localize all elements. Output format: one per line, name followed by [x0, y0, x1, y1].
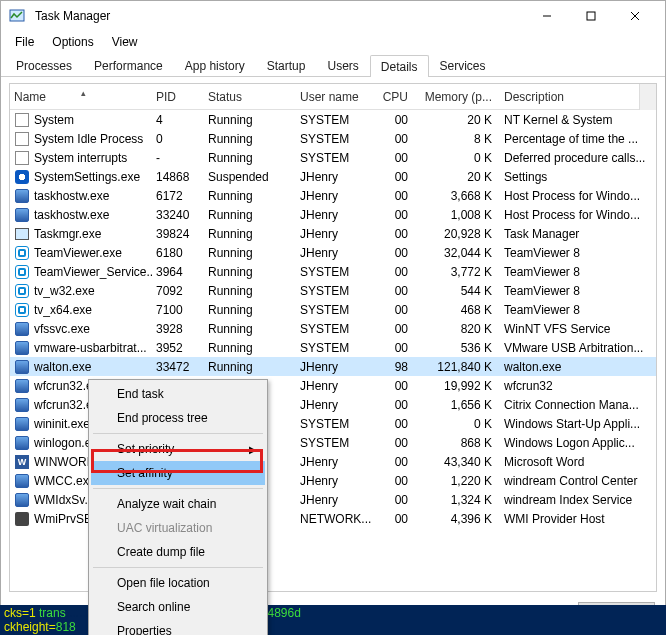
- cell-pid: 33472: [152, 360, 204, 374]
- process-icon: [14, 302, 30, 318]
- menubar: File Options View: [1, 31, 665, 53]
- menu-item-set-priority[interactable]: Set priority▶: [91, 437, 265, 461]
- cell-user: JHenry: [296, 398, 378, 412]
- table-row[interactable]: TeamViewer.exe6180RunningJHenry0032,044 …: [10, 243, 656, 262]
- process-name: vmware-usbarbitrat...: [34, 341, 147, 355]
- cell-description: windream Index Service: [500, 493, 656, 507]
- cell-pid: 7100: [152, 303, 204, 317]
- process-name: wininit.exe: [34, 417, 90, 431]
- cell-memory: 544 K: [418, 284, 500, 298]
- col-header-description[interactable]: Description: [500, 90, 639, 104]
- menu-item-properties[interactable]: Properties: [91, 619, 265, 635]
- table-row[interactable]: vfssvc.exe3928RunningSYSTEM00820 KWinNT …: [10, 319, 656, 338]
- cell-description: TeamViewer 8: [500, 303, 656, 317]
- col-header-cpu[interactable]: CPU: [378, 90, 418, 104]
- cell-pid: 4: [152, 113, 204, 127]
- table-row[interactable]: walton.exe33472RunningJHenry98121,840 Kw…: [10, 357, 656, 376]
- cell-cpu: 00: [378, 284, 418, 298]
- grid-header: Name PID Status User name CPU Memory (p.…: [10, 84, 639, 110]
- process-icon: [14, 169, 30, 185]
- cell-user: SYSTEM: [296, 113, 378, 127]
- menu-item-search-online[interactable]: Search online: [91, 595, 265, 619]
- cell-memory: 3,668 K: [418, 189, 500, 203]
- svg-rect-2: [587, 12, 595, 20]
- cell-status: Running: [204, 113, 296, 127]
- table-row[interactable]: TeamViewer_Service....3964RunningSYSTEM0…: [10, 262, 656, 281]
- table-row[interactable]: vmware-usbarbitrat...3952RunningSYSTEM00…: [10, 338, 656, 357]
- table-row[interactable]: tv_w32.exe7092RunningSYSTEM00544 KTeamVi…: [10, 281, 656, 300]
- menu-item-create-dump-file[interactable]: Create dump file: [91, 540, 265, 564]
- tab-services[interactable]: Services: [429, 54, 497, 76]
- cell-user: JHenry: [296, 493, 378, 507]
- menu-item-end-process-tree[interactable]: End process tree: [91, 406, 265, 430]
- cell-user: SYSTEM: [296, 303, 378, 317]
- table-row[interactable]: Taskmgr.exe39824RunningJHenry0020,928 KT…: [10, 224, 656, 243]
- menu-file[interactable]: File: [7, 33, 42, 51]
- app-icon: [9, 8, 25, 24]
- cell-pid: 7092: [152, 284, 204, 298]
- cell-memory: 468 K: [418, 303, 500, 317]
- menu-item-set-affinity[interactable]: Set affinity: [91, 461, 265, 485]
- col-header-status[interactable]: Status: [204, 90, 296, 104]
- cell-cpu: 00: [378, 474, 418, 488]
- table-row[interactable]: SystemSettings.exe14868SuspendedJHenry00…: [10, 167, 656, 186]
- menu-item-end-task[interactable]: End task: [91, 382, 265, 406]
- cell-description: TeamViewer 8: [500, 265, 656, 279]
- process-name: taskhostw.exe: [34, 189, 109, 203]
- tab-processes[interactable]: Processes: [5, 54, 83, 76]
- col-header-pid[interactable]: PID: [152, 90, 204, 104]
- menu-item-analyze-wait-chain[interactable]: Analyze wait chain: [91, 492, 265, 516]
- cell-status: Running: [204, 227, 296, 241]
- cell-cpu: 00: [378, 455, 418, 469]
- col-header-memory[interactable]: Memory (p...: [418, 90, 500, 104]
- scrollbar[interactable]: [639, 84, 656, 110]
- minimize-button[interactable]: [525, 2, 569, 30]
- cell-memory: 20,928 K: [418, 227, 500, 241]
- process-icon: [14, 150, 30, 166]
- cell-description: TeamViewer 8: [500, 246, 656, 260]
- cell-cpu: 00: [378, 303, 418, 317]
- cell-memory: 0 K: [418, 417, 500, 431]
- process-name: Taskmgr.exe: [34, 227, 101, 241]
- process-icon: [14, 245, 30, 261]
- tab-performance[interactable]: Performance: [83, 54, 174, 76]
- menu-item-open-file-location[interactable]: Open file location: [91, 571, 265, 595]
- close-button[interactable]: [613, 2, 657, 30]
- menu-view[interactable]: View: [104, 33, 146, 51]
- table-row[interactable]: taskhostw.exe6172RunningJHenry003,668 KH…: [10, 186, 656, 205]
- cell-status: Running: [204, 322, 296, 336]
- table-row[interactable]: System Idle Process0RunningSYSTEM008 KPe…: [10, 129, 656, 148]
- col-header-name[interactable]: Name: [10, 90, 152, 104]
- tab-details[interactable]: Details: [370, 55, 429, 77]
- table-row[interactable]: taskhostw.exe33240RunningJHenry001,008 K…: [10, 205, 656, 224]
- cell-pid: 3952: [152, 341, 204, 355]
- table-row[interactable]: tv_x64.exe7100RunningSYSTEM00468 KTeamVi…: [10, 300, 656, 319]
- process-name: walton.exe: [34, 360, 91, 374]
- process-icon: [14, 112, 30, 128]
- window-title: Task Manager: [31, 9, 525, 23]
- process-name: SystemSettings.exe: [34, 170, 140, 184]
- maximize-button[interactable]: [569, 2, 613, 30]
- cell-description: Percentage of time the ...: [500, 132, 656, 146]
- menu-options[interactable]: Options: [44, 33, 101, 51]
- cell-description: wfcrun32: [500, 379, 656, 393]
- process-name: WMIdxSv.e: [34, 493, 94, 507]
- process-name: TeamViewer_Service....: [34, 265, 152, 279]
- process-icon: [14, 397, 30, 413]
- cell-status: Running: [204, 132, 296, 146]
- cell-pid: 3928: [152, 322, 204, 336]
- process-icon: [14, 416, 30, 432]
- tab-users[interactable]: Users: [316, 54, 369, 76]
- tab-startup[interactable]: Startup: [256, 54, 317, 76]
- table-row[interactable]: System4RunningSYSTEM0020 KNT Kernel & Sy…: [10, 110, 656, 129]
- cell-status: Running: [204, 341, 296, 355]
- table-row[interactable]: System interrupts-RunningSYSTEM000 KDefe…: [10, 148, 656, 167]
- cell-pid: 14868: [152, 170, 204, 184]
- tab-app-history[interactable]: App history: [174, 54, 256, 76]
- col-header-user[interactable]: User name: [296, 90, 378, 104]
- cell-cpu: 00: [378, 322, 418, 336]
- cell-cpu: 00: [378, 246, 418, 260]
- process-name: System interrupts: [34, 151, 127, 165]
- cell-description: Windows Start-Up Appli...: [500, 417, 656, 431]
- process-icon: [14, 131, 30, 147]
